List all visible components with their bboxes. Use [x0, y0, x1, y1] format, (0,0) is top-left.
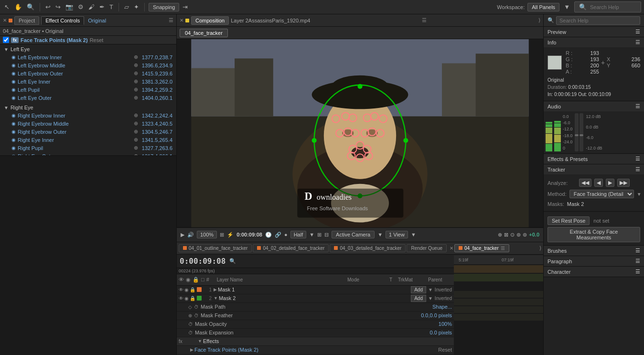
text-tool-icon[interactable]: T — [108, 2, 115, 11]
comp-audio-icon[interactable]: 🔊 — [187, 232, 194, 238]
tab-composition[interactable]: Composition — [191, 16, 229, 25]
mask1-layer-row[interactable]: 👁 ◉ 🔒 1 ▶ Mask 1 Add ▼ Inverted — [177, 286, 454, 294]
tab-04-01-face[interactable]: 04_01_outline_face_tracker — [179, 244, 252, 252]
arrow-tool-icon[interactable]: ↖ — [3, 2, 11, 11]
solo-icon[interactable]: ◉ — [186, 277, 191, 283]
comp-tool2-icon[interactable]: ⊠ — [504, 232, 508, 238]
tracker-menu-icon[interactable]: ☰ — [635, 166, 640, 172]
camera-icon[interactable]: 📷 — [64, 2, 75, 11]
mask2-layer-row[interactable]: 👁 ◉ 🔒 2 ▼ Mask 2 Add ▼ Inverted — [177, 294, 454, 303]
crosshair-icon-re4[interactable]: ⊕ — [134, 137, 138, 143]
pen-tool-icon[interactable]: ✒ — [98, 2, 106, 11]
comp-tool4-icon[interactable]: ⊛ — [516, 232, 521, 238]
label-icon[interactable]: □ — [201, 277, 204, 282]
panel-close-icon[interactable]: ✕ — [3, 18, 7, 23]
character-menu-icon[interactable]: ☰ — [635, 269, 640, 275]
mask-path-value[interactable]: Shape... — [432, 304, 452, 310]
right-eyebrow-middle[interactable]: ◉ Right Eyebrow Middle ⊕ 1323.4,240.5 — [0, 119, 176, 128]
active-comp-tab[interactable]: 04_face_tracker — [180, 29, 228, 37]
zoom-tool-icon[interactable]: 🔍 — [25, 2, 36, 11]
comp-dot-icon[interactable]: ● — [284, 232, 288, 237]
comp-snap-icon[interactable]: ⚡ — [227, 232, 234, 238]
analyze-fwd-end-btn[interactable]: ▶▶ — [617, 179, 630, 187]
paragraph-header[interactable]: Paragraph ☰ — [544, 256, 644, 266]
audio-slider-l[interactable] — [575, 113, 579, 151]
effects-presets-header[interactable]: Effects & Presets ☰ — [544, 154, 644, 164]
comp-play-icon[interactable]: ▶ — [181, 232, 184, 238]
comp-view-icon[interactable]: ⊞ — [220, 232, 224, 238]
ftp-reset-button[interactable]: Reset — [438, 347, 452, 353]
mask1-expand-icon[interactable]: ▶ — [214, 287, 217, 292]
preview-header[interactable]: Preview ☰ — [544, 27, 644, 37]
workspace-button[interactable]: All Panels — [527, 3, 559, 11]
settings-icon[interactable]: ⚙ — [76, 2, 85, 11]
left-eyebrow-inner[interactable]: ◉ Left Eyebrow Inner ⊕ 1377.0,238.7 — [0, 53, 176, 61]
mask-expansion-stopwatch[interactable]: ⏱ — [188, 330, 193, 335]
analyze-fwd-btn[interactable]: ▶ — [606, 179, 614, 187]
crosshair-icon-2[interactable]: ⊕ — [134, 62, 138, 68]
crosshair-icon-re6[interactable]: ⊕ — [134, 153, 138, 156]
comp-grid2-icon[interactable]: ⊟ — [324, 232, 329, 238]
mask1-solo-icon[interactable]: ◉ — [184, 287, 189, 292]
mask2-solo-icon[interactable]: ◉ — [184, 296, 189, 301]
redo-icon[interactable]: ↪ — [54, 2, 62, 11]
mask2-add-button[interactable]: Add — [411, 295, 426, 302]
left-eyebrow-outer[interactable]: ◉ Left Eyebrow Outer ⊕ 1415.9,239.6 — [0, 69, 176, 77]
tab-04-02-face[interactable]: 04_02_detailed_face_tracker — [253, 244, 329, 252]
comp-close-icon[interactable]: ✕ — [180, 18, 183, 23]
comp-zoom-value[interactable]: 100% — [197, 231, 217, 238]
crosshair-icon-4[interactable]: ⊕ — [134, 78, 138, 85]
undo-icon[interactable]: ↩ — [44, 2, 52, 11]
tl-active-tab-menu[interactable]: ☰ — [501, 246, 505, 251]
mask2-expand-icon[interactable]: ▼ — [214, 296, 218, 301]
mask-feather-stopwatch[interactable]: ⏱ — [194, 313, 199, 318]
comp-link-icon[interactable]: 🔗 — [275, 232, 281, 238]
mask1-add-button[interactable]: Add — [411, 286, 426, 293]
info-plus-icon[interactable]: + — [601, 59, 605, 66]
fx-reset-button[interactable]: Reset — [90, 37, 104, 43]
crosshair-icon-5[interactable]: ⊕ — [134, 86, 138, 93]
snapping-icon[interactable]: ⇥ — [181, 2, 189, 11]
tl-close-icon[interactable]: ✕ — [450, 246, 453, 251]
mask2-lock-icon[interactable]: 🔒 — [190, 296, 195, 301]
search-help-input[interactable] — [556, 16, 640, 25]
audio-header[interactable]: Audio ☰ — [544, 101, 644, 111]
ftp-expand-icon[interactable]: ▶ — [190, 347, 193, 352]
mask2-eye-icon[interactable]: 👁 — [179, 296, 183, 301]
views-button[interactable]: 1 View — [386, 231, 408, 238]
effects-row[interactable]: fx ▼ Effects — [177, 337, 454, 346]
extract-copy-button[interactable]: Extract & Copy Face Measurements — [547, 227, 640, 242]
mask2-chevron-icon[interactable]: ▼ — [428, 296, 433, 301]
mask1-chevron-icon[interactable]: ▼ — [428, 287, 433, 292]
workspace-chevron-icon[interactable]: ▼ — [562, 2, 571, 11]
views-chevron-icon[interactable]: ▼ — [411, 232, 416, 237]
camera-chevron-icon[interactable]: ▼ — [377, 232, 383, 237]
mask-expansion-value[interactable]: 0.0 pixels — [430, 330, 452, 335]
tab-04-face-active[interactable]: 04_face_tracker ☰ — [454, 244, 509, 252]
effects-presets-menu-icon[interactable]: ☰ — [635, 156, 640, 162]
tab-project[interactable]: Project — [14, 16, 39, 25]
preview-menu-icon[interactable]: ☰ — [635, 29, 640, 35]
brushes-header[interactable]: Brushes ☰ — [544, 246, 644, 256]
analyze-back-end-btn[interactable]: ◀◀ — [579, 179, 591, 187]
left-eyebrow-middle[interactable]: ◉ Left Eyebrow Middle ⊕ 1396.6,234.9 — [0, 61, 176, 69]
shape-tool-icon[interactable]: ▱ — [123, 2, 130, 11]
info-header[interactable]: Info ☰ — [544, 37, 644, 47]
tracker-header[interactable]: Tracker ☰ — [544, 164, 644, 174]
quality-chevron-icon[interactable]: ▼ — [309, 232, 314, 237]
right-pupil[interactable]: ◉ Right Pupil ⊕ 1327.7,263.6 — [0, 144, 176, 152]
tab-original[interactable]: Original — [88, 18, 106, 23]
brush-icon[interactable]: 🖌 — [87, 2, 96, 11]
composition-viewport[interactable]: D ownloadies Free Software Downloads — [177, 39, 543, 227]
right-eyebrow-inner[interactable]: ◉ Right Eyebrow Inner ⊕ 1342.2,242.4 — [0, 111, 176, 119]
search-input[interactable] — [590, 4, 638, 10]
right-eye-header[interactable]: ▼ Right Eye — [0, 104, 176, 111]
hand-tool-icon[interactable]: ✋ — [13, 2, 23, 11]
tl-expand-icon[interactable]: ⟩ — [539, 245, 541, 251]
left-pupil[interactable]: ◉ Left Pupil ⊕ 1394.2,259.2 — [0, 86, 176, 94]
left-eye-header[interactable]: ▼ Left Eye — [0, 45, 176, 53]
comp-tool1-icon[interactable]: ⊕ — [498, 232, 502, 238]
active-camera-button[interactable]: Active Camera — [332, 231, 375, 238]
effects-expand-icon[interactable]: ▼ — [198, 339, 202, 344]
eye-icon[interactable]: 👁 — [179, 277, 184, 282]
